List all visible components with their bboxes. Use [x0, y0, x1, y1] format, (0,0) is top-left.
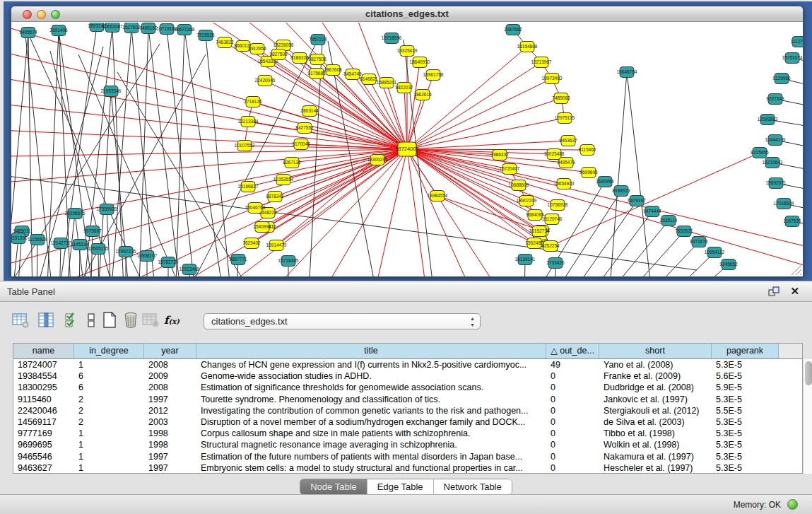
table-cell[interactable]: 1998 [144, 439, 196, 450]
table-cell[interactable]: Nakamura et al. (1997) [599, 451, 712, 462]
column-header-title[interactable]: title [196, 344, 546, 358]
table-cell[interactable]: 9777169 [13, 428, 74, 439]
scrollbar-thumb[interactable] [805, 361, 812, 385]
table-cell[interactable]: 9115460 [13, 394, 74, 405]
table-cell[interactable]: 49 [546, 359, 599, 370]
table-cell[interactable]: Tibbo et al. (1998) [599, 428, 712, 439]
table-cell[interactable]: Jankovic et al. (1997) [599, 394, 712, 405]
table-cell[interactable]: de Silva et al. (2003) [599, 416, 712, 428]
table-cell[interactable]: Estimation of the future numbers of pati… [196, 451, 546, 462]
select-columns-button[interactable] [62, 311, 81, 329]
delete-table-button[interactable] [122, 311, 140, 329]
table-cell[interactable]: 22420046 [13, 405, 74, 416]
table-cell[interactable]: 5.3E-5 [712, 416, 779, 428]
table-cell[interactable]: 2003 [144, 416, 196, 428]
column-header-year[interactable]: year [144, 344, 196, 358]
float-window-icon[interactable] [768, 286, 779, 298]
table-row[interactable]: 946362711997Embryonic stem cells: a mode… [13, 462, 802, 474]
table-row[interactable]: 946554611997Estimation of the future num… [13, 451, 802, 462]
table-cell[interactable]: 1 [74, 462, 144, 474]
column-header-pagerank[interactable]: pagerank [712, 344, 779, 358]
table-cell[interactable]: Dudbridge et al. (2008) [599, 382, 712, 393]
tab-edge-table[interactable]: Edge Table [367, 479, 434, 494]
table-cell[interactable]: Stergiakouli et al. (2012) [599, 405, 712, 416]
table-cell[interactable]: 0 [546, 451, 599, 462]
table-cell[interactable]: 2 [74, 394, 144, 405]
table-cell[interactable]: Changes of HCN gene expression and I(f) … [196, 359, 546, 370]
table-cell[interactable]: Franke et al. (2009) [599, 370, 712, 382]
table-cell[interactable]: 1997 [144, 451, 196, 462]
table-cell[interactable]: Corpus callosum shape and size in male p… [196, 428, 546, 439]
table-row[interactable]: 969969511998Structural magnetic resonanc… [13, 439, 802, 450]
table-cell[interactable]: 18300295 [13, 382, 74, 393]
table-cell[interactable]: 0 [546, 439, 599, 450]
table-cell[interactable]: 5.3E-5 [712, 462, 779, 474]
new-table-button[interactable] [100, 311, 119, 329]
table-row[interactable]: 977716911998Corpus callosum shape and si… [13, 428, 802, 439]
table-cell[interactable]: 0 [546, 405, 599, 416]
table-row[interactable]: 1938455462009Genome-wide association stu… [13, 370, 802, 382]
table-cell[interactable]: Estimation of significance thresholds fo… [196, 382, 546, 393]
table-cell[interactable]: 5.3E-5 [712, 359, 779, 370]
table-cell[interactable]: 5.9E-5 [712, 382, 779, 393]
tab-node-table[interactable]: Node Table [300, 479, 367, 494]
table-cell[interactable]: 5.3E-5 [712, 428, 779, 439]
table-cell[interactable]: 2012 [144, 405, 196, 416]
table-cell[interactable]: 6 [74, 382, 144, 393]
table-cell[interactable]: 18724007 [13, 359, 74, 370]
show-column-button[interactable] [37, 311, 55, 329]
table-cell[interactable]: Disruption of a novel member of a sodium… [196, 416, 546, 428]
table-cell[interactable]: 0 [546, 416, 599, 428]
table-cell[interactable]: 6 [74, 370, 144, 382]
column-header-name[interactable]: name [13, 344, 74, 358]
table-cell[interactable]: 1997 [144, 394, 196, 405]
table-row[interactable]: 1830029562008Estimation of significance … [13, 382, 802, 393]
close-panel-icon[interactable]: ✕ [790, 285, 799, 298]
table-selector-dropdown[interactable]: citations_edges.txt ▲▼ [204, 313, 481, 329]
table-cell[interactable]: 1998 [144, 428, 196, 439]
table-cell[interactable]: 5.3E-5 [712, 439, 779, 450]
table-cell[interactable]: Embryonic stem cells: a model to study s… [196, 462, 546, 474]
resize-grip[interactable] [792, 265, 801, 275]
tab-network-table[interactable]: Network Table [434, 479, 512, 494]
table-mode-button[interactable] [11, 311, 30, 329]
table-cell[interactable]: 2 [74, 416, 144, 428]
table-row[interactable]: 1456911722003Disruption of a novel membe… [13, 416, 802, 428]
table-cell[interactable]: 1 [74, 439, 144, 450]
table-cell[interactable]: 2 [74, 405, 144, 416]
table-row[interactable]: 1872400712008Changes of HCN gene express… [13, 359, 802, 370]
column-header-out_de[interactable]: △ out_de... [546, 344, 599, 358]
column-header-short[interactable]: short [599, 344, 712, 358]
column-header-in_degree[interactable]: in_degree [74, 344, 144, 358]
table-cell[interactable]: 9699695 [13, 439, 74, 450]
table-row[interactable]: 2242004622012Investigating the contribut… [13, 405, 802, 416]
table-cell[interactable]: 0 [546, 382, 599, 393]
table-cell[interactable]: 0 [546, 394, 599, 405]
table-cell[interactable]: 9465546 [13, 451, 74, 462]
table-vertical-scrollbar[interactable] [803, 359, 812, 474]
row-height-button[interactable] [82, 311, 100, 329]
table-cell[interactable]: 0 [546, 462, 599, 474]
network-graph-canvas[interactable]: 1872400794055742691406189314010653287152… [11, 23, 803, 277]
table-cell[interactable]: 5.3E-5 [712, 451, 779, 462]
function-builder-button[interactable]: f(x) [163, 311, 181, 329]
table-cell[interactable]: Genome-wide association studies in ADHD. [196, 370, 546, 382]
table-row[interactable]: 911546021997Tourette syndrome. Phenomeno… [13, 394, 802, 405]
table-cell[interactable]: 5.5E-5 [712, 405, 779, 416]
table-cell[interactable]: 19384554 [13, 370, 74, 382]
table-cell[interactable]: 2009 [144, 370, 196, 382]
table-cell[interactable]: 5.6E-5 [712, 370, 779, 382]
table-cell[interactable]: 2008 [144, 382, 196, 393]
network-window-titlebar[interactable]: citations_edges.txt [11, 6, 803, 22]
table-cell[interactable]: 9463627 [13, 462, 74, 474]
table-cell[interactable]: 14569117 [13, 416, 74, 428]
table-cell[interactable]: Hescheler et al. (1997) [599, 462, 712, 474]
table-cell[interactable]: Structural magnetic resonance image aver… [196, 439, 546, 450]
table-cell[interactable]: Tourette syndrome. Phenomenology and cla… [196, 394, 546, 405]
table-cell[interactable]: Investigating the contribution of common… [196, 405, 546, 416]
table-cell[interactable]: 2008 [144, 359, 196, 370]
table-cell[interactable]: 1 [74, 428, 144, 439]
table-cell[interactable]: 1 [74, 451, 144, 462]
table-cell[interactable]: 1 [74, 359, 144, 370]
table-cell[interactable]: Wolkin et al. (1998) [599, 439, 712, 450]
